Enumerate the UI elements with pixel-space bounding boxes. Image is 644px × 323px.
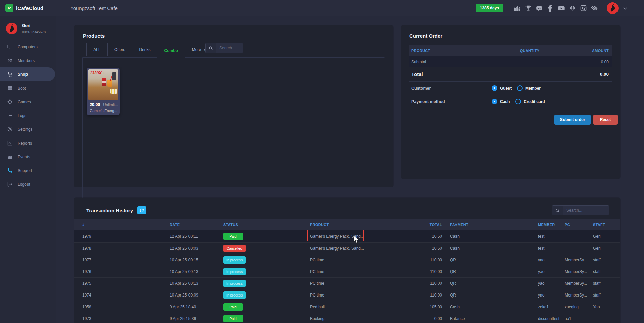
sidebar-item-support[interactable]: Support: [0, 164, 56, 177]
search-icon: [552, 206, 563, 215]
current-order-panel: Current Order PRODUCT QUANTITY AMOUNT Su…: [401, 25, 620, 179]
col-header-date: DATE: [167, 223, 221, 227]
radio-icon: [492, 99, 497, 104]
users-icon: [7, 58, 13, 63]
crown-icon: [7, 154, 13, 160]
tab-all[interactable]: ALL: [86, 43, 108, 56]
ranking-icon[interactable]: [513, 4, 521, 12]
product-name: Gamer's Energ...: [90, 109, 117, 113]
user-name: Geri: [22, 23, 46, 28]
radio-customer-member[interactable]: Member: [517, 85, 541, 91]
user-avatar[interactable]: [607, 2, 619, 14]
list-icon: [7, 113, 13, 118]
subtotal-label: Subtotal: [411, 60, 426, 64]
icafe-logo-icon[interactable]: [580, 4, 587, 12]
product-category-tabs: ALL Offers Drinks Combo More ▼: [86, 43, 213, 58]
status-badge: Paid: [223, 315, 243, 322]
order-actions: Submit order Reset: [554, 115, 618, 125]
status-badge: Cancelled: [223, 245, 246, 252]
monitor-icon: [7, 44, 13, 50]
transactions-search: [552, 205, 609, 215]
transaction-row-1974[interactable]: 1974 10 Apr 25 00:09 In process PC time …: [74, 289, 620, 301]
sidebar-menu: Computers Members Shop Boot Games Logs S…: [0, 40, 56, 191]
windows-icon: [7, 85, 13, 91]
order-title: Current Order: [401, 25, 620, 39]
transaction-row-1976[interactable]: 1976 10 Apr 25 00:13 In process PC time …: [74, 266, 620, 277]
radio-icon: [517, 85, 523, 91]
tab-drinks[interactable]: Drinks: [132, 43, 157, 56]
radio-payment-cash[interactable]: Cash: [492, 99, 510, 104]
col-header-pc: PC: [562, 223, 590, 227]
brand-logo-icon: i2: [5, 4, 13, 12]
sidebar-item-logs[interactable]: Logs: [0, 109, 56, 122]
product-image: 1339X·+: [88, 69, 118, 100]
col-header-payment: PAYMENT: [447, 223, 535, 227]
order-col-quantity: QUANTITY: [499, 49, 560, 53]
col-header-member: MEMBER: [535, 223, 562, 227]
sidebar-item-reports[interactable]: Reports: [0, 136, 56, 150]
transaction-row-1958[interactable]: 1958 9 Apr 25 18:40 Paid Red bull 105.00…: [74, 301, 620, 313]
transaction-row-1977[interactable]: 1977 10 Apr 25 00:15 In process PC time …: [74, 254, 620, 266]
order-col-amount: AMOUNT: [560, 49, 610, 53]
tab-combo[interactable]: Combo: [157, 43, 185, 58]
status-badge: In process: [223, 280, 246, 287]
radio-icon: [492, 85, 497, 91]
sidebar-item-games[interactable]: Games: [0, 95, 56, 109]
radio-payment-credit-card[interactable]: Credit card: [515, 99, 545, 104]
sidebar-item-computers[interactable]: Computers: [0, 40, 56, 54]
tab-offers[interactable]: Offers: [107, 43, 132, 56]
product-card[interactable]: 1339X·+ 20.00 Unlimit... Gamer's Energ..…: [87, 68, 120, 115]
col-header-total: TOTAL: [415, 223, 447, 227]
hamburger-menu-icon[interactable]: [42, 0, 59, 16]
col-header-: #: [82, 223, 167, 227]
phone-icon: [7, 168, 13, 173]
transactions-search-input[interactable]: [563, 206, 609, 215]
transaction-row-1973[interactable]: 1973 9 Apr 25 15:36 Paid Booking 0.00 Ba…: [74, 313, 620, 323]
globe-icon[interactable]: [569, 4, 576, 12]
sidebar-user[interactable]: Geri 008612345678: [0, 16, 56, 34]
status-badge: Paid: [223, 303, 243, 311]
topbar: i2 iCafeCloud Youngzsoft Test Cafe 1385 …: [0, 0, 644, 16]
sidebar-item-settings[interactable]: Settings: [0, 122, 56, 136]
trophy-icon[interactable]: [524, 4, 532, 12]
license-days-badge[interactable]: 1385 days: [476, 4, 503, 12]
discord-icon[interactable]: [535, 4, 543, 12]
radio-icon: [515, 99, 521, 104]
gear-icon: [7, 126, 13, 132]
subtotal-value: 0.00: [601, 60, 609, 64]
payment-method-row: Payment method Cash Credit card: [409, 95, 612, 108]
products-search-input[interactable]: [216, 43, 243, 53]
order-table-header: PRODUCT QUANTITY AMOUNT: [409, 45, 612, 56]
refresh-button[interactable]: [137, 206, 146, 214]
sidebar-item-logout[interactable]: Logout: [0, 177, 56, 191]
tab-more[interactable]: More ▼: [185, 43, 213, 56]
radio-customer-guest[interactable]: Guest: [492, 85, 512, 91]
topbar-right: 1385 days: [476, 2, 644, 14]
gamepad-icon: [7, 99, 13, 105]
transaction-history-panel: Transaction History #DATESTATUSPRODUCTTO…: [74, 198, 620, 323]
customer-row: Customer Guest Member: [409, 82, 612, 95]
facebook-icon[interactable]: [546, 4, 554, 12]
brand-name: iCafeCloud: [16, 5, 43, 11]
sidebar-item-shop[interactable]: Shop: [0, 67, 55, 81]
transaction-row-1979[interactable]: 1979 12 Apr 25 00:11 Paid Gamer's Energy…: [74, 230, 620, 242]
payment-method-label: Payment method: [411, 99, 492, 104]
sidebar-item-members[interactable]: Members: [0, 54, 56, 67]
products-title: Products: [74, 25, 393, 39]
chevron-down-icon[interactable]: [623, 5, 627, 11]
col-header-product: PRODUCT: [307, 223, 415, 227]
customer-options: Guest Member: [492, 85, 610, 91]
submit-order-button[interactable]: Submit order: [554, 115, 591, 125]
sidebar-avatar: [6, 23, 17, 34]
layers-brand-icon[interactable]: [591, 4, 598, 12]
transactions-table-header: #DATESTATUSPRODUCTTOTALPAYMENTMEMBERPCST…: [74, 219, 620, 230]
status-badge: In process: [223, 291, 246, 299]
sidebar-item-boot[interactable]: Boot: [0, 81, 56, 95]
transaction-row-1975[interactable]: 1975 10 Apr 25 00:13 In process PC time …: [74, 277, 620, 289]
order-total-row: Total 0.00: [409, 67, 612, 82]
youtube-icon[interactable]: [557, 4, 565, 12]
products-content: 1339X·+ 20.00 Unlimit... Gamer's Energ..…: [82, 57, 385, 209]
reset-button[interactable]: Reset: [593, 115, 618, 125]
sidebar-item-events[interactable]: Events: [0, 150, 56, 164]
transaction-row-1978[interactable]: 1978 12 Apr 25 00:03 Cancelled Gamer's E…: [74, 242, 620, 254]
